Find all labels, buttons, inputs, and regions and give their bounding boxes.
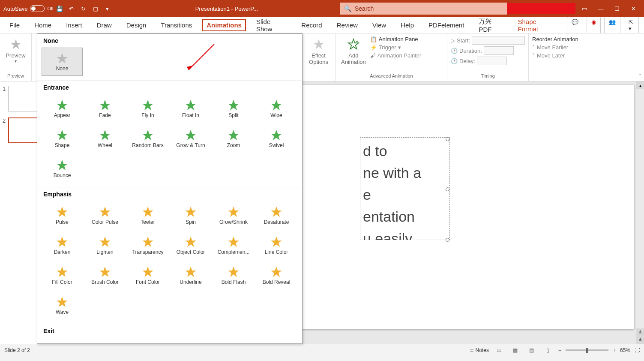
animation-shape[interactable]: Shape bbox=[42, 124, 83, 153]
tab-draw[interactable]: Draw bbox=[93, 19, 116, 31]
tab-slideshow[interactable]: Slide Show bbox=[252, 15, 291, 35]
animation-grow-shrink[interactable]: Grow/Shrink bbox=[213, 201, 254, 229]
search-input[interactable]: 🔍 Search bbox=[340, 3, 507, 15]
animation-painter-button[interactable]: 🖌 Animation Painter bbox=[370, 51, 443, 60]
tab-view[interactable]: View bbox=[368, 19, 390, 31]
selection-handle[interactable] bbox=[446, 187, 449, 191]
fit-to-window-icon[interactable]: ⛶ bbox=[635, 347, 640, 353]
collapse-ribbon-icon[interactable]: ˄ bbox=[639, 73, 641, 79]
vertical-scrollbar[interactable]: ▴ ≜ ≜ bbox=[636, 81, 644, 344]
text-box-selected[interactable]: d to ne with a e entation u easily e ide… bbox=[360, 137, 450, 240]
comments-button[interactable]: 💬 bbox=[567, 17, 583, 34]
trigger-button[interactable]: ⚡ Trigger ▾ bbox=[370, 43, 443, 51]
notes-button[interactable]: ≣ Notes bbox=[470, 347, 489, 353]
save-icon[interactable]: 💾 bbox=[55, 4, 64, 13]
preview-button[interactable]: Preview ▾ bbox=[3, 35, 28, 65]
animation-font-color[interactable]: Font Color bbox=[127, 261, 168, 289]
add-animation-button[interactable]: + Add Animation bbox=[339, 35, 368, 67]
slideshow-icon[interactable]: ▢ bbox=[91, 4, 100, 13]
animation-darken[interactable]: Darken bbox=[42, 231, 83, 259]
share-button[interactable]: ⇱ ▾ bbox=[624, 17, 639, 34]
animation-swivel[interactable]: Swivel bbox=[256, 124, 297, 153]
move-earlier-button[interactable]: ˄ Move Earlier bbox=[532, 43, 594, 51]
tab-pdfelement[interactable]: PDFelement bbox=[424, 19, 468, 31]
maximize-icon[interactable]: ☐ bbox=[610, 3, 624, 15]
animation-split[interactable]: Split bbox=[213, 94, 254, 123]
animation-teeter[interactable]: Teeter bbox=[127, 201, 168, 229]
reading-view-icon[interactable]: ▤ bbox=[526, 346, 538, 355]
animation-zoom[interactable]: Zoom bbox=[213, 124, 254, 153]
move-later-button[interactable]: ˅ Move Later bbox=[532, 51, 594, 60]
animation-appear[interactable]: Appear bbox=[42, 94, 83, 123]
qat-dropdown-icon[interactable]: ▾ bbox=[103, 4, 112, 13]
autosave-toggle[interactable]: AutoSave Off bbox=[3, 5, 54, 12]
effect-options-button[interactable]: Effect Options bbox=[305, 35, 332, 67]
animation-pane-button[interactable]: 📋 Animation Pane bbox=[370, 35, 443, 43]
tab-wanxing[interactable]: 万兴PDF bbox=[474, 15, 507, 36]
tab-review[interactable]: Review bbox=[332, 19, 362, 31]
animation-line-color[interactable]: Line Color bbox=[256, 231, 297, 259]
normal-view-icon[interactable]: ▭ bbox=[493, 346, 505, 355]
record-button[interactable]: ◉ bbox=[587, 17, 601, 34]
scroll-up-icon[interactable]: ▴ bbox=[636, 81, 644, 89]
tab-file[interactable]: File bbox=[5, 19, 24, 31]
scroll-next-icon[interactable]: ≜ bbox=[636, 336, 644, 344]
animation-pulse[interactable]: Pulse bbox=[42, 201, 83, 229]
animation-underline[interactable]: Underline bbox=[170, 261, 211, 289]
zoom-out-button[interactable]: − bbox=[558, 347, 561, 353]
slideshow-view-icon[interactable]: ▯ bbox=[542, 346, 554, 355]
animation-random-bars[interactable]: Random Bars bbox=[127, 124, 168, 153]
animation-none[interactable]: None bbox=[42, 48, 83, 76]
scroll-up-icon[interactable]: ▴ bbox=[302, 34, 303, 42]
animation-fade[interactable]: Fade bbox=[84, 94, 126, 123]
tab-transitions[interactable]: Transitions bbox=[156, 19, 196, 31]
animation-fill-color[interactable]: Fill Color bbox=[42, 261, 83, 289]
animation-color-pulse[interactable]: Color Pulse bbox=[84, 201, 126, 229]
animation-object-color[interactable]: Object Color bbox=[170, 231, 211, 259]
tab-help[interactable]: Help bbox=[396, 19, 418, 31]
animation-bounce[interactable]: Bounce bbox=[42, 154, 83, 183]
animation-complemen-[interactable]: Complemen... bbox=[213, 231, 254, 259]
toggle-off-icon[interactable] bbox=[30, 5, 45, 12]
redo-icon[interactable]: ↻ bbox=[79, 4, 88, 13]
animation-label: Object Color bbox=[177, 249, 205, 255]
undo-icon[interactable]: ↶ bbox=[67, 4, 76, 13]
tab-insert[interactable]: Insert bbox=[62, 19, 87, 31]
effect-options-label: Effect Options bbox=[309, 52, 328, 65]
delay-spinner[interactable] bbox=[477, 57, 507, 65]
animation-bold-reveal[interactable]: Bold Reveal bbox=[256, 261, 297, 289]
tab-animations[interactable]: Animations bbox=[202, 19, 246, 31]
start-dropdown[interactable] bbox=[472, 36, 525, 45]
selection-handle[interactable] bbox=[446, 137, 449, 141]
tab-shape-format[interactable]: Shape Format bbox=[513, 15, 560, 35]
user-account[interactable] bbox=[507, 3, 575, 14]
animation-desaturate[interactable]: Desaturate bbox=[256, 201, 297, 229]
tab-record[interactable]: Record bbox=[297, 19, 326, 31]
animation-wheel[interactable]: Wheel bbox=[84, 124, 126, 153]
lightning-icon: ⚡ bbox=[370, 44, 377, 51]
tab-design[interactable]: Design bbox=[122, 19, 151, 31]
selection-handle[interactable] bbox=[446, 238, 449, 242]
animation-wipe[interactable]: Wipe bbox=[256, 94, 297, 123]
ribbon-display-icon[interactable]: ▭ bbox=[577, 3, 592, 15]
gallery-scrollbar[interactable]: ▴ bbox=[302, 34, 303, 343]
animation-label: Bounce bbox=[54, 172, 71, 178]
animation-lighten[interactable]: Lighten bbox=[84, 231, 126, 259]
tab-home[interactable]: Home bbox=[30, 19, 56, 31]
close-icon[interactable]: ✕ bbox=[626, 3, 641, 15]
animation-bold-flash[interactable]: Bold Flash bbox=[213, 261, 254, 289]
scroll-prev-icon[interactable]: ≜ bbox=[636, 328, 644, 336]
sorter-view-icon[interactable]: ▦ bbox=[509, 346, 521, 355]
animation-spin[interactable]: Spin bbox=[170, 201, 211, 229]
animation-brush-color[interactable]: Brush Color bbox=[84, 261, 126, 289]
zoom-slider[interactable] bbox=[566, 349, 608, 351]
animation-grow-turn[interactable]: Grow & Turn bbox=[170, 124, 211, 153]
duration-spinner[interactable] bbox=[484, 46, 514, 55]
animation-wave[interactable]: Wave bbox=[42, 291, 83, 319]
animation-fly-in[interactable]: Fly In bbox=[127, 94, 168, 123]
present-button[interactable]: 👥 bbox=[604, 17, 620, 34]
zoom-in-button[interactable]: + bbox=[613, 347, 616, 353]
animation-float-in[interactable]: Float In bbox=[170, 94, 211, 123]
minimize-icon[interactable]: — bbox=[593, 3, 608, 15]
animation-transparency[interactable]: Transparency bbox=[127, 231, 168, 259]
